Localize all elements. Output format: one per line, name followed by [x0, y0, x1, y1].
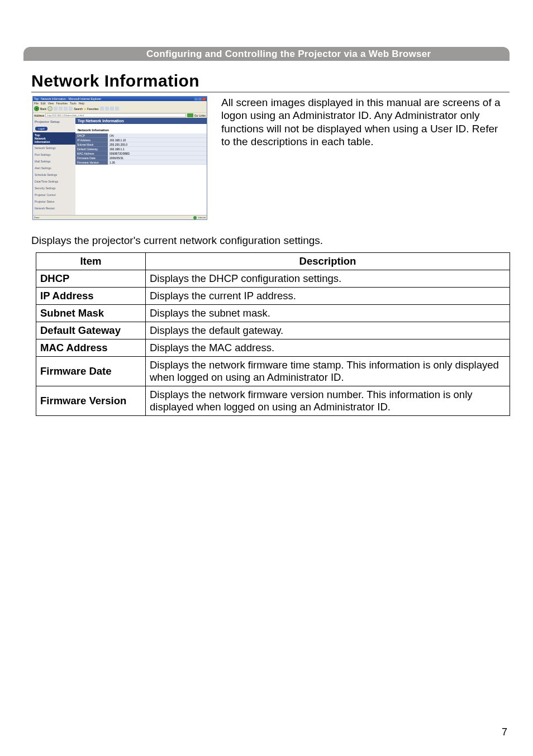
info-value: ON — [108, 133, 207, 138]
table-row: MAC Address Displays the MAC address. — [36, 339, 510, 357]
page-title: Network Information — [31, 71, 199, 90]
close-icon — [202, 98, 206, 101]
refresh-icon — [59, 107, 63, 111]
description-cell: Displays the network firmware time stamp… — [146, 357, 510, 386]
info-label: DHCP — [75, 133, 108, 138]
edit-icon — [115, 107, 119, 111]
info-label: Firmware Date — [75, 156, 108, 160]
item-cell: Default Gateway — [36, 322, 146, 339]
sidebar: Projector Setup Logoff Top:NetworkInform… — [33, 118, 75, 215]
table-row: Firmware Version Displays the network fi… — [36, 386, 510, 416]
nav-item: Schedule Settings — [33, 171, 75, 178]
internet-icon — [193, 216, 197, 219]
menu-favorites: Favorites — [56, 102, 68, 104]
browser-body: Projector Setup Logoff Top:NetworkInform… — [33, 118, 207, 215]
intro-paragraph: All screen images displayed in this manu… — [221, 96, 510, 148]
window-title: Top : Network Information - Microsoft In… — [34, 97, 101, 101]
menu-help: Help — [79, 102, 84, 104]
go-button — [187, 113, 193, 117]
info-value: 255.255.255.0 — [108, 142, 207, 147]
nav-item: Network Restart — [33, 205, 75, 212]
table-row: Firmware Date Displays the network firmw… — [36, 357, 510, 386]
go-label: Go — [194, 114, 198, 117]
nav-active: Top:NetworkInformation — [33, 132, 75, 145]
browser-titlebar: Top : Network Information - Microsoft In… — [33, 97, 207, 101]
description-cell: Displays the network firmware version nu… — [146, 386, 510, 416]
nav-item: Projector Status — [33, 198, 75, 205]
info-value: 2006/05/31 — [108, 156, 207, 160]
browser-toolbar: ◄ Back Search ★ Favorites — [33, 105, 207, 112]
info-row: Default Gateway 192.168.1.1 — [75, 147, 207, 151]
history-icon — [100, 107, 104, 111]
nav-item: Port Settings — [33, 151, 75, 158]
info-value: 0060B72D5B8D — [108, 151, 207, 156]
item-cell: Firmware Version — [36, 386, 146, 416]
info-value: 192.168.1.1 — [108, 147, 207, 151]
description-cell: Displays the default gateway. — [146, 322, 510, 339]
content-area: Top:Network Information Network Infomati… — [75, 118, 207, 215]
window-buttons — [194, 98, 206, 101]
nav-item: Security Settings — [33, 185, 75, 192]
info-value: 192.168.1.10 — [108, 138, 207, 142]
nav-item: Projector Control — [33, 192, 75, 198]
status-right: Internet — [193, 216, 206, 219]
col-header-description: Description — [146, 253, 510, 270]
info-row: MAC Address 0060B72D5B8D — [75, 151, 207, 156]
mail-icon — [105, 107, 109, 111]
description-cell: Displays the current IP address. — [146, 288, 510, 305]
info-row: Subnet Mask 255.255.255.0 — [75, 142, 207, 147]
menu-tools: Tools — [70, 102, 77, 104]
info-value: 1.26 — [108, 160, 207, 165]
subtitle: Displays the projector's current network… — [31, 235, 323, 247]
title-underline — [31, 92, 510, 93]
maximize-icon — [198, 98, 202, 101]
item-cell: Subnet Mask — [36, 305, 146, 322]
page-number: 7 — [502, 726, 507, 738]
col-header-item: Item — [36, 253, 146, 270]
info-label: Subnet Mask — [75, 142, 108, 147]
info-label: Default Gateway — [75, 147, 108, 151]
favorites-star-icon: ★ — [84, 107, 86, 111]
links-label: Links — [199, 114, 206, 117]
status-right-text: Internet — [198, 216, 206, 219]
logoff-button: Logoff — [35, 127, 47, 131]
item-cell: Firmware Date — [36, 357, 146, 386]
menu-edit: Edit — [41, 102, 46, 104]
nav-item: Alert Settings — [33, 165, 75, 171]
info-label: IP Address — [75, 138, 108, 142]
info-label: Firmware Version — [75, 160, 108, 165]
home-icon — [64, 107, 68, 111]
section-header: Network Infomation — [75, 124, 207, 133]
nav-item: Date/Time Settings — [33, 178, 75, 185]
content-header: Top:Network Information — [75, 118, 207, 124]
back-icon: ◄ — [34, 106, 39, 111]
minimize-icon — [194, 98, 198, 101]
info-row: DHCP ON — [75, 133, 207, 138]
table-row: Subnet Mask Displays the subnet mask. — [36, 305, 510, 322]
nav-item: Network Settings — [33, 145, 75, 151]
table-row: Default Gateway Displays the default gat… — [36, 322, 510, 339]
address-bar: Address http://192.168.1.10/admin/info_e… — [33, 112, 207, 118]
browser-menu: File Edit View Favorites Tools Help — [33, 101, 207, 105]
address-input: http://192.168.1.10/admin/info_e.html — [45, 113, 185, 117]
info-row: Firmware Date 2006/05/31 — [75, 156, 207, 160]
forward-icon — [47, 106, 53, 111]
info-row: IP Address 192.168.1.10 — [75, 138, 207, 142]
item-cell: DHCP — [36, 270, 146, 288]
description-table: Item Description DHCP Displays the DHCP … — [36, 252, 510, 416]
status-left: Done — [34, 216, 40, 219]
description-cell: Displays the subnet mask. — [146, 305, 510, 322]
info-table: DHCP ON IP Address 192.168.1.10 Subnet M… — [75, 133, 207, 165]
section-banner: Configuring and Controlling the Projecto… — [23, 47, 510, 61]
description-cell: Displays the DHCP configuration settings… — [146, 270, 510, 288]
banner-text: Configuring and Controlling the Projecto… — [23, 47, 510, 61]
address-label: Address — [34, 114, 44, 117]
nav-item: Mail Settings — [33, 158, 75, 165]
menu-view: View — [48, 102, 54, 104]
status-bar: Done Internet — [33, 215, 207, 219]
table-row: DHCP Displays the DHCP configuration set… — [36, 270, 510, 288]
favorites-label: Favorites — [87, 107, 99, 111]
description-cell: Displays the MAC address. — [146, 339, 510, 357]
search-icon — [69, 107, 73, 111]
item-cell: MAC Address — [36, 339, 146, 357]
